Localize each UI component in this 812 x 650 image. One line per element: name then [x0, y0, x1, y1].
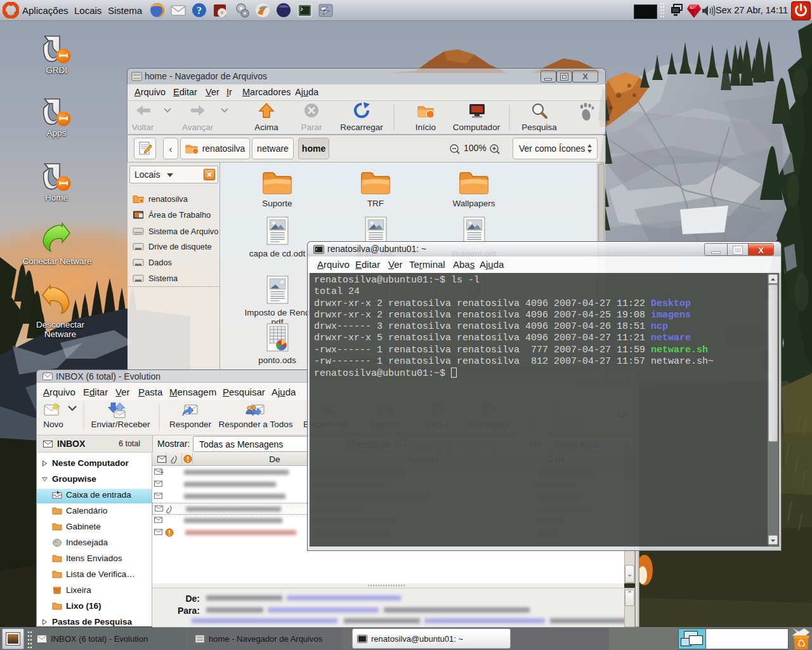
svg-text:?: ?	[197, 5, 202, 16]
